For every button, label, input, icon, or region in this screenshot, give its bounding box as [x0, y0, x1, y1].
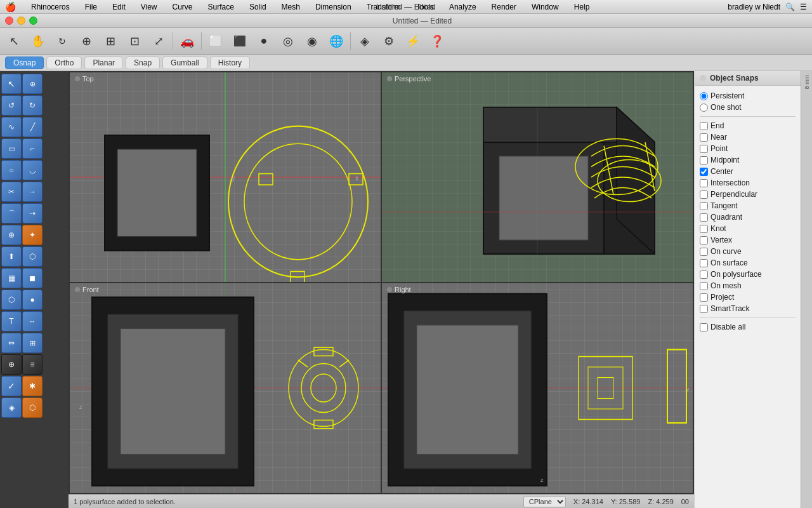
snap-disableall-checkbox[interactable] — [700, 323, 708, 331]
solid-box[interactable]: ⬡ — [1, 290, 22, 310]
shaded-display[interactable]: ⬛ — [228, 30, 251, 53]
surface-tool[interactable]: ◼ — [22, 268, 43, 288]
menu-mesh[interactable]: Mesh — [279, 3, 303, 11]
snap-onmesh-checkbox[interactable] — [700, 282, 708, 290]
extend-tool[interactable]: → — [22, 182, 43, 202]
arc-tool[interactable]: ◡ — [22, 160, 43, 180]
env-display[interactable]: 🌐 — [325, 30, 348, 53]
snap-to-grid[interactable]: ⊕ — [1, 354, 22, 375]
move-tool[interactable]: 🚗 — [176, 30, 199, 53]
polyline-tool[interactable]: ⌐ — [22, 138, 43, 159]
solid-sphere[interactable]: ● — [22, 290, 43, 310]
snap-quadrant-checkbox[interactable] — [700, 213, 708, 222]
select-arrow-tool[interactable]: ↖ — [1, 74, 22, 94]
snap-oncurve-checkbox[interactable] — [700, 248, 708, 256]
snap-perp-checkbox[interactable] — [700, 190, 708, 199]
panel-close-btn[interactable] — [700, 75, 706, 81]
cplane-select[interactable]: CPlane World — [523, 496, 566, 507]
line-tool[interactable]: ╱ — [22, 117, 43, 137]
rotate-tool[interactable]: ↻ — [51, 30, 74, 53]
curve-draw-tool[interactable]: ∿ — [1, 117, 22, 137]
snap-vertex-checkbox[interactable] — [700, 236, 708, 244]
menu-edit[interactable]: Edit — [110, 3, 128, 11]
zoom-selected[interactable]: ⊡ — [123, 30, 146, 53]
viewport-right[interactable]: y z Right — [382, 283, 693, 493]
viewport-perspective[interactable]: Perspective — [382, 72, 693, 282]
layers-tool[interactable]: ≡ — [22, 354, 43, 375]
menu-window[interactable]: Window — [529, 3, 561, 11]
extrude-tool[interactable]: ⬆ — [1, 246, 22, 267]
snap-intersection-checkbox[interactable] — [700, 179, 708, 187]
osnap-button[interactable]: Osnap — [5, 57, 44, 69]
unknown-tool-1[interactable]: ⊕ — [22, 74, 43, 94]
menu-dimension[interactable]: Dimension — [313, 3, 354, 11]
mirror-tool[interactable]: ⇔ — [1, 333, 22, 353]
dimension-tool[interactable]: ↔ — [22, 311, 43, 331]
help-btn[interactable]: ❓ — [426, 30, 449, 53]
persistent-radio[interactable] — [700, 92, 708, 100]
snap-onsurface-checkbox[interactable] — [700, 259, 708, 267]
snap-midpoint-checkbox[interactable] — [700, 156, 708, 164]
menu-render[interactable]: Render — [489, 3, 519, 11]
offset-tool[interactable]: ⇢ — [22, 203, 43, 224]
menu-analyze[interactable]: Analyze — [447, 3, 479, 11]
transform-tool[interactable]: ✦ — [22, 225, 43, 245]
zoom-tool[interactable]: ⊕ — [75, 30, 98, 53]
history-button[interactable]: History — [210, 57, 250, 69]
snap-button[interactable]: Snap — [126, 57, 160, 69]
menu-solid[interactable]: Solid — [247, 3, 269, 11]
menu-icon[interactable]: ☰ — [800, 3, 807, 11]
rectangle-tool[interactable]: ▭ — [1, 138, 22, 159]
menu-file[interactable]: File — [82, 3, 100, 11]
select-tool[interactable]: ↖ — [3, 30, 25, 53]
menu-curve[interactable]: Curve — [170, 3, 195, 11]
snap-center-checkbox[interactable] — [700, 168, 708, 176]
cancel-tool[interactable]: ✱ — [22, 376, 43, 396]
lights-tool[interactable]: ⚙ — [377, 30, 400, 53]
boolean-union[interactable]: ⊕ — [1, 225, 22, 245]
apple-menu[interactable]: 🍎 — [5, 2, 16, 12]
checkmark-tool[interactable]: ✓ — [1, 376, 22, 396]
snap-project-checkbox[interactable] — [700, 293, 708, 302]
menu-help[interactable]: Help — [572, 3, 593, 11]
snap-near-checkbox[interactable] — [700, 133, 708, 142]
search-icon[interactable]: 🔍 — [785, 3, 795, 11]
array-tool[interactable]: ⊞ — [22, 333, 43, 353]
minimize-button[interactable] — [17, 17, 25, 25]
loft-tool[interactable]: ⬡ — [22, 246, 43, 267]
zoom-extents[interactable]: ⤢ — [147, 30, 170, 53]
mesh-tool[interactable]: ▦ — [1, 268, 22, 288]
sphere-display[interactable]: ◉ — [301, 30, 324, 53]
text-tool[interactable]: T — [1, 311, 22, 331]
surface-display[interactable]: ⬜ — [204, 30, 227, 53]
menu-rhinoceros[interactable]: Rhinoceros — [29, 3, 72, 11]
circle-tool[interactable]: ○ — [1, 160, 22, 180]
snap-onpolysurface-checkbox[interactable] — [700, 271, 708, 279]
special-tool[interactable]: ⬡ — [22, 398, 43, 418]
maximize-button[interactable] — [29, 17, 37, 25]
planar-button[interactable]: Planar — [84, 57, 123, 69]
render-btn[interactable]: ⚡ — [402, 30, 424, 53]
curve-display[interactable]: ◎ — [277, 30, 299, 53]
snap-tangent-checkbox[interactable] — [700, 202, 708, 210]
pan-tool[interactable]: ✋ — [27, 30, 49, 53]
render-display[interactable]: ● — [252, 30, 275, 53]
snap-smarttrack-checkbox[interactable] — [700, 305, 708, 313]
viewport-top[interactable]: y x Top — [70, 72, 381, 282]
oneshot-radio[interactable] — [700, 104, 708, 112]
viewport-front[interactable]: z Front — [70, 283, 381, 493]
trim-tool[interactable]: ✂ — [1, 182, 22, 202]
analysis-tool[interactable]: ◈ — [1, 398, 22, 418]
snap-end-checkbox[interactable] — [700, 122, 708, 130]
rotate-3d-tool[interactable]: ↻ — [22, 95, 43, 116]
rotate-2d-tool[interactable]: ↺ — [1, 95, 22, 116]
gumball-button[interactable]: Gumball — [162, 57, 207, 69]
zoom-window[interactable]: ⊞ — [99, 30, 122, 53]
snap-point-checkbox[interactable] — [700, 145, 708, 153]
fillet-tool[interactable]: ⌒ — [1, 203, 22, 224]
snap-knot-checkbox[interactable] — [700, 225, 708, 233]
ortho-button[interactable]: Ortho — [46, 57, 82, 69]
menu-view[interactable]: View — [138, 3, 160, 11]
materials-tool[interactable]: ◈ — [353, 30, 376, 53]
close-button[interactable] — [5, 17, 13, 25]
